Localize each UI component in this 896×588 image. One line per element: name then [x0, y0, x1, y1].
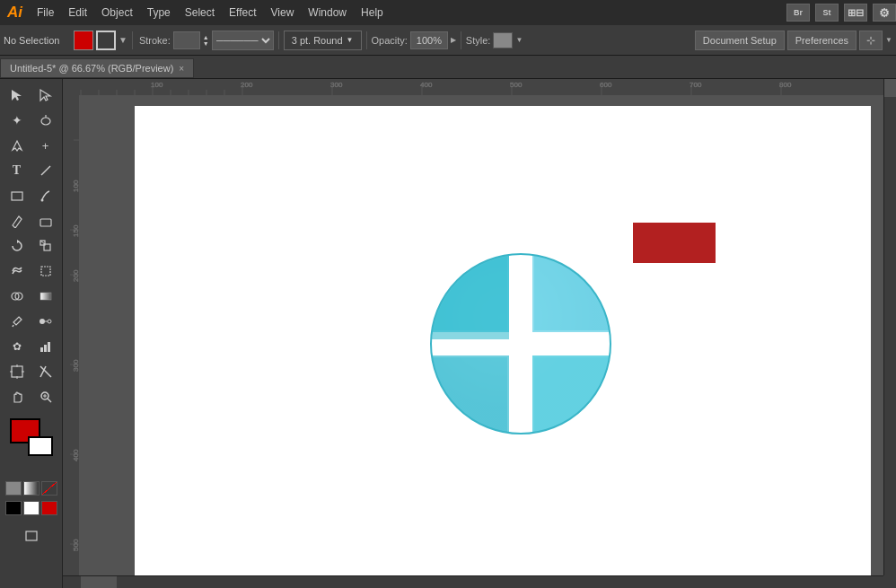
menu-help[interactable]: Help [354, 4, 391, 21]
svg-rect-20 [48, 342, 50, 352]
stroke-arrows[interactable]: ▲▼ [203, 34, 209, 47]
red-swatch[interactable] [41, 501, 57, 515]
ext-icon-group: Br St ⊞⊟ ⚙ [786, 4, 896, 22]
menu-effect[interactable]: Effect [222, 4, 263, 21]
svg-point-0 [41, 118, 50, 125]
left-toolbar: ✦ + T [0, 79, 63, 588]
eraser-tool[interactable] [31, 208, 60, 233]
stock-icon[interactable]: St [815, 4, 839, 22]
shape-builder-tool[interactable] [3, 284, 31, 309]
svg-text:300: 300 [330, 81, 343, 89]
black-swatch[interactable] [5, 501, 22, 515]
horizontal-scrollbar[interactable] [63, 575, 883, 588]
add-anchor-tool[interactable]: + [31, 133, 60, 158]
sep1 [132, 31, 133, 49]
rotate-tool[interactable] [3, 233, 31, 259]
svg-rect-13 [40, 293, 51, 300]
sep4 [461, 31, 461, 49]
scale-tool[interactable] [31, 233, 60, 259]
svg-text:400: 400 [72, 449, 79, 461]
warp-tool[interactable] [3, 259, 31, 284]
svg-text:400: 400 [420, 81, 433, 89]
solid-color-icon[interactable] [5, 481, 22, 496]
libraries-icon[interactable]: ⊞⊟ [844, 4, 867, 22]
magic-wand-tool[interactable]: ✦ [3, 108, 31, 133]
style-arrow-icon[interactable]: ▼ [515, 36, 523, 44]
slice-tool[interactable] [31, 359, 60, 384]
svg-text:200: 200 [72, 269, 79, 282]
vertical-scrollbar[interactable] [883, 79, 896, 575]
tool-row-11: ✿ [3, 334, 60, 359]
svg-line-9 [40, 241, 45, 244]
symbol-sprayer-tool[interactable]: ✿ [3, 334, 31, 359]
svg-text:100: 100 [151, 81, 163, 89]
column-graph-tool[interactable] [31, 334, 60, 359]
lasso-tool[interactable] [31, 108, 60, 133]
artboard-tool[interactable] [3, 359, 31, 384]
line-tool[interactable] [31, 158, 60, 183]
blend-tool[interactable] [31, 309, 60, 334]
rectangle-tool[interactable] [3, 183, 31, 208]
menu-view[interactable]: View [264, 4, 302, 21]
white-swatch[interactable] [23, 501, 40, 515]
free-transform-tool[interactable] [31, 259, 60, 284]
bridge-icon[interactable]: Br [786, 4, 810, 22]
stroke-icon[interactable] [96, 31, 116, 50]
menu-edit[interactable]: Edit [61, 4, 94, 21]
tool-row-3: + [3, 133, 60, 158]
color-swap-row [2, 501, 61, 515]
tool-row-12 [3, 359, 60, 384]
preferences-button[interactable]: Preferences [787, 31, 856, 50]
stroke-width-input[interactable] [173, 31, 200, 49]
screen-mode-area [6, 524, 57, 549]
stroke-style-dropdown[interactable]: ────── [212, 31, 274, 50]
stroke-size-button[interactable]: 3 pt. Round ▼ [284, 31, 362, 50]
stroke-swatch[interactable] [28, 436, 53, 456]
svg-rect-5 [40, 219, 51, 226]
eyedropper-tool[interactable] [3, 309, 31, 334]
svg-text:300: 300 [72, 359, 79, 372]
menu-select[interactable]: Select [178, 4, 222, 21]
stroke-size-label: 3 pt. Round [292, 35, 343, 46]
direct-select-tool[interactable] [31, 83, 60, 108]
red-rectangle [633, 223, 716, 263]
arrange-arrow[interactable]: ▼ [885, 36, 892, 44]
menu-window[interactable]: Window [301, 4, 354, 21]
none-color-icon[interactable] [41, 481, 57, 496]
pencil-tool[interactable] [3, 208, 31, 233]
sep2 [278, 31, 279, 49]
svg-rect-58 [63, 95, 79, 588]
screen-mode-button[interactable] [6, 524, 57, 549]
svg-rect-77 [509, 254, 532, 434]
tab-title: Untitled-5* @ 66.67% (RGB/Preview) [10, 63, 173, 74]
svg-rect-3 [12, 192, 22, 200]
opacity-input[interactable] [410, 31, 448, 49]
menu-file[interactable]: File [30, 4, 61, 21]
pen-tool[interactable] [3, 133, 31, 158]
menu-object[interactable]: Object [94, 4, 140, 21]
arrange-icon[interactable]: ⊹ [859, 31, 883, 50]
tab-close-button[interactable]: × [179, 64, 184, 74]
vertical-ruler: 100 150 200 300 400 500 [63, 95, 79, 588]
hand-tool[interactable] [3, 384, 31, 409]
tool-row-10 [3, 309, 60, 334]
menu-bar: Ai File Edit Object Type Select Effect V… [0, 0, 896, 25]
paintbrush-tool[interactable] [31, 183, 60, 208]
svg-text:150: 150 [72, 224, 79, 237]
document-setup-button[interactable]: Document Setup [695, 31, 785, 50]
fill-color-box[interactable] [74, 31, 93, 50]
opacity-arrow-icon[interactable]: ▶ [451, 36, 456, 44]
svg-text:200: 200 [241, 81, 253, 89]
scroll-corner [883, 575, 896, 588]
gradient-color-icon[interactable] [23, 481, 40, 496]
gradient-tool[interactable] [31, 284, 60, 309]
svg-text:800: 800 [779, 81, 792, 89]
menu-type[interactable]: Type [140, 4, 178, 21]
settings-icon[interactable]: ⚙ [873, 4, 896, 22]
document-tab[interactable]: Untitled-5* @ 66.67% (RGB/Preview) × [0, 58, 194, 78]
type-tool[interactable]: T [3, 158, 31, 183]
svg-rect-21 [12, 366, 22, 377]
zoom-tool[interactable] [31, 384, 60, 409]
select-tool[interactable] [3, 83, 31, 108]
style-swatch[interactable] [493, 32, 513, 48]
